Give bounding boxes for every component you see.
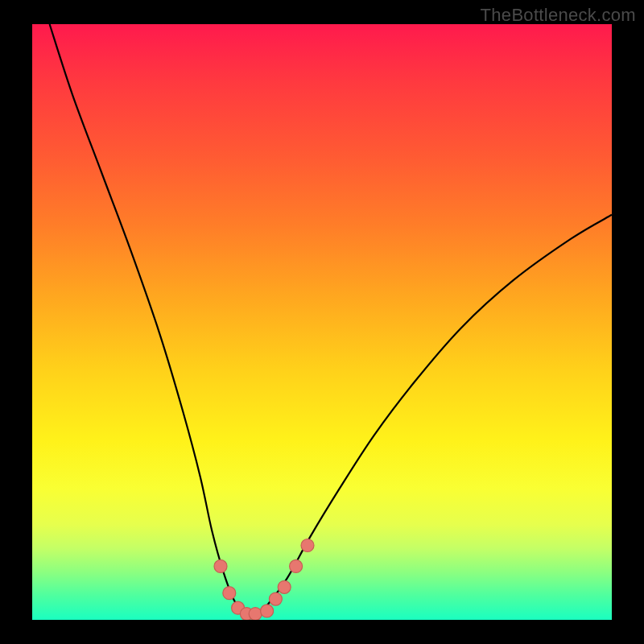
curve-marker xyxy=(301,539,314,552)
marker-group xyxy=(214,539,314,621)
plot-area xyxy=(32,24,612,620)
bottleneck-curve-path xyxy=(50,24,612,615)
bottleneck-curve-svg xyxy=(32,24,612,620)
chart-frame: TheBottleneck.com xyxy=(0,0,644,644)
curve-marker xyxy=(214,559,227,572)
watermark-text: TheBottleneck.com xyxy=(481,5,636,26)
curve-marker xyxy=(223,587,236,600)
curve-marker xyxy=(278,580,291,593)
curve-marker xyxy=(269,592,282,605)
curve-marker xyxy=(261,605,274,617)
curve-marker xyxy=(290,559,303,572)
curve-marker xyxy=(249,608,262,620)
